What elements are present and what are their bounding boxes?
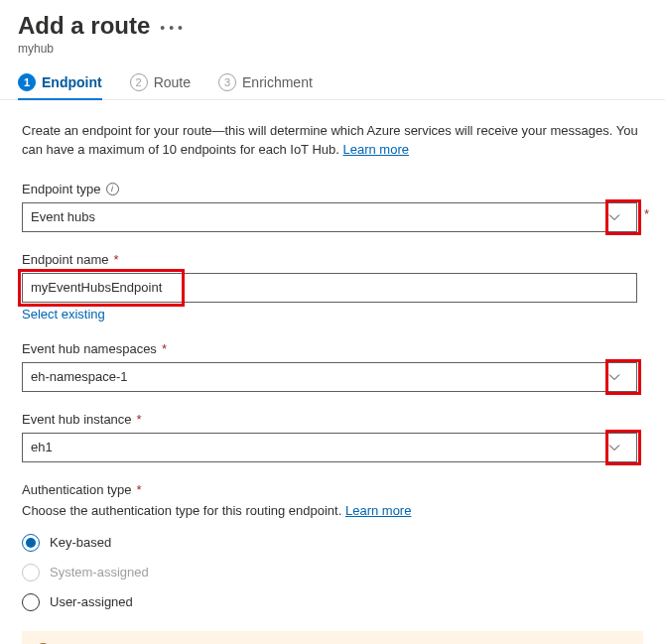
field-label: Endpoint name [22,252,108,267]
field-event-hub-namespace: Event hub namespaces * eh-namespace-1 [22,341,647,392]
required-marker: * [644,206,649,221]
resource-name: myhub [18,42,647,56]
tab-enrichment[interactable]: 3 Enrichment [218,73,313,99]
radio-icon [22,534,40,552]
learn-more-link[interactable]: Learn more [345,503,411,518]
info-banner: i System-assigned identity is switched o… [22,631,643,644]
chevron-down-icon [600,363,628,391]
instance-select[interactable]: eh1 [22,433,637,462]
field-label: Event hub namespaces [22,341,157,356]
intro-message: Create an endpoint for your route—this w… [22,123,638,157]
endpoint-type-select[interactable]: Event hubs [22,202,637,232]
endpoint-name-input[interactable] [22,273,637,303]
intro-text: Create an endpoint for your route—this w… [22,122,647,160]
tab-number: 3 [218,73,236,91]
tab-number: 1 [18,73,36,91]
radio-label: User-assigned [50,594,133,609]
required-marker: * [162,341,167,356]
tab-label: Route [154,74,191,90]
select-value: eh-namespace-1 [31,369,128,384]
radio-key-based[interactable]: Key-based [22,534,647,552]
tab-number: 2 [130,73,148,91]
field-label: Endpoint type [22,182,101,196]
wizard-tabs: 1 Endpoint 2 Route 3 Enrichment [0,60,665,100]
learn-more-link[interactable]: Learn more [343,142,409,157]
chevron-down-icon [600,434,628,461]
field-label: Event hub instance [22,412,132,427]
radio-system-assigned: System-assigned [22,564,647,581]
tab-label: Enrichment [242,74,313,90]
more-icon[interactable]: • • • [160,17,182,35]
radio-icon [22,593,40,611]
auth-radio-group: Key-based System-assigned User-assigned [22,534,647,611]
chevron-down-icon [600,203,628,231]
tab-route[interactable]: 2 Route [130,73,191,99]
tab-label: Endpoint [42,74,102,90]
radio-label: System-assigned [50,565,149,580]
page-title: Add a route [18,12,150,40]
field-label: Authentication type [22,482,132,497]
radio-icon [22,564,40,581]
page-header: Add a route • • • myhub [0,0,665,60]
required-marker: * [137,412,142,427]
field-endpoint-name: Endpoint name * Select existing [22,252,647,322]
radio-user-assigned[interactable]: User-assigned [22,593,647,611]
select-value: eh1 [31,440,53,454]
required-marker: * [113,252,118,267]
info-icon[interactable]: i [106,183,119,195]
required-marker: * [137,482,142,497]
field-event-hub-instance: Event hub instance * eh1 [22,412,647,462]
select-existing-link[interactable]: Select existing [22,307,647,322]
namespace-select[interactable]: eh-namespace-1 [22,362,637,392]
auth-description: Choose the authentication type for this … [22,503,647,518]
field-auth-type: Authentication type * Choose the authent… [22,482,647,611]
tab-endpoint[interactable]: 1 Endpoint [18,73,102,99]
form-body: Create an endpoint for your route—this w… [0,100,665,644]
radio-label: Key-based [50,535,111,550]
select-value: Event hubs [31,209,95,224]
field-endpoint-type: Endpoint type i Event hubs * [22,182,647,232]
